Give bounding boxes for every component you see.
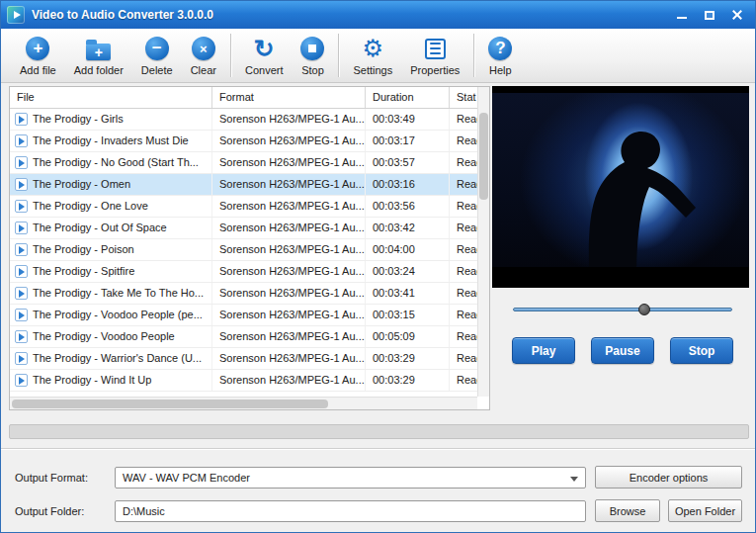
- toolbar-button-clear[interactable]: × Clear: [182, 33, 225, 79]
- toolbar-button-stop[interactable]: Stop: [292, 33, 333, 79]
- file-format: Sorenson H263/MPEG-1 Au...: [212, 305, 366, 325]
- table-row[interactable]: The Prodigy - Out Of SpaceSorenson H263/…: [10, 218, 477, 239]
- open-folder-button[interactable]: Open Folder: [668, 499, 742, 522]
- file-status: Read: [450, 131, 477, 151]
- help-icon: ?: [488, 36, 512, 62]
- media-item-icon: [15, 309, 28, 321]
- output-format-value: WAV - WAV PCM Encoder: [123, 472, 250, 484]
- column-header-duration[interactable]: Duration: [366, 87, 450, 108]
- file-duration: 00:03:41: [366, 283, 450, 304]
- minimize-button[interactable]: [670, 6, 694, 24]
- file-status: Read: [450, 239, 477, 260]
- file-format: Sorenson H263/MPEG-1 Au...: [212, 131, 366, 151]
- table-row[interactable]: The Prodigy - Voodoo People (pe...Sorens…: [10, 305, 477, 326]
- close-button[interactable]: [725, 6, 749, 24]
- file-duration: 00:03:16: [366, 174, 450, 195]
- media-item-icon: [15, 222, 28, 234]
- maximize-button[interactable]: [698, 6, 721, 24]
- table-row[interactable]: The Prodigy - No Good (Start Th...Sorens…: [10, 152, 477, 174]
- conversion-progress-bar: [9, 424, 749, 439]
- table-row[interactable]: The Prodigy - One LoveSorenson H263/MPEG…: [10, 196, 477, 218]
- column-header-status[interactable]: Stat: [450, 87, 477, 108]
- toolbar-button-add-file[interactable]: + Add file: [11, 33, 65, 79]
- add-file-icon: +: [26, 36, 49, 62]
- file-duration: 00:03:49: [366, 109, 450, 130]
- file-name: The Prodigy - Invaders Must Die: [33, 131, 189, 151]
- file-name: The Prodigy - One Love: [33, 196, 148, 217]
- app-icon: [7, 6, 25, 24]
- close-icon: [731, 9, 743, 21]
- encoder-options-button[interactable]: Encoder options: [595, 466, 742, 489]
- seek-thumb[interactable]: [638, 304, 650, 315]
- toolbar-button-convert[interactable]: ↻ Convert: [236, 33, 293, 79]
- seek-track[interactable]: [513, 308, 732, 311]
- media-item-icon: [15, 156, 28, 169]
- file-format: Sorenson H263/MPEG-1 Au...: [212, 196, 366, 217]
- output-folder-input[interactable]: [115, 500, 586, 522]
- file-name: The Prodigy - Voodoo People (pe...: [33, 305, 203, 325]
- app-window: Video to Audio Converter 3.0.0.0 + Add f…: [0, 0, 756, 533]
- file-name: The Prodigy - Warrior's Dance (U...: [33, 348, 202, 369]
- column-header-file[interactable]: File: [10, 87, 212, 108]
- table-row[interactable]: The Prodigy - PoisonSorenson H263/MPEG-1…: [10, 239, 477, 261]
- horizontal-scrollbar-thumb[interactable]: [12, 400, 328, 408]
- file-format: Sorenson H263/MPEG-1 Au...: [212, 109, 366, 130]
- toolbar-separator: [338, 34, 339, 77]
- horizontal-scrollbar[interactable]: [10, 397, 477, 409]
- file-format: Sorenson H263/MPEG-1 Au...: [212, 283, 366, 304]
- file-status: Read: [450, 326, 477, 347]
- vertical-scrollbar-thumb[interactable]: [479, 113, 488, 200]
- clear-icon: ×: [192, 36, 215, 62]
- video-preview: [492, 86, 749, 288]
- settings-gear-icon: ⚙: [363, 36, 384, 62]
- add-folder-icon: +: [86, 36, 111, 62]
- file-name: The Prodigy - Voodoo People: [33, 326, 175, 347]
- file-duration: 00:03:29: [366, 348, 450, 369]
- file-cell: The Prodigy - Girls: [10, 109, 212, 130]
- output-folder-label: Output Folder:: [15, 505, 84, 517]
- play-button[interactable]: Play: [512, 337, 575, 364]
- table-row[interactable]: The Prodigy - GirlsSorenson H263/MPEG-1 …: [10, 109, 477, 131]
- file-status: Read: [450, 218, 477, 238]
- file-cell: The Prodigy - Spitfire: [10, 261, 212, 282]
- file-cell: The Prodigy - Wind It Up: [10, 370, 212, 391]
- stop-button[interactable]: Stop: [670, 337, 733, 364]
- file-name: The Prodigy - Spitfire: [33, 261, 134, 282]
- media-item-icon: [15, 374, 28, 387]
- table-row[interactable]: The Prodigy - Wind It UpSorenson H263/MP…: [10, 370, 477, 392]
- media-item-icon: [15, 330, 28, 343]
- file-cell: The Prodigy - Voodoo People: [10, 326, 212, 347]
- seek-slider[interactable]: [513, 303, 732, 316]
- file-name: The Prodigy - Omen: [33, 174, 130, 195]
- table-row[interactable]: The Prodigy - Invaders Must DieSorenson …: [10, 131, 477, 152]
- media-item-icon: [15, 287, 28, 300]
- file-duration: 00:05:09: [366, 326, 450, 347]
- convert-icon: ↻: [254, 36, 275, 62]
- browse-button[interactable]: Browse: [595, 499, 660, 522]
- file-status: Read: [450, 109, 477, 130]
- file-status: Read: [450, 283, 477, 304]
- pause-button[interactable]: Pause: [591, 337, 654, 364]
- toolbar-separator: [473, 34, 474, 77]
- table-row[interactable]: The Prodigy - SpitfireSorenson H263/MPEG…: [10, 261, 477, 283]
- file-status: Read: [450, 152, 477, 173]
- vertical-scrollbar[interactable]: [477, 87, 489, 397]
- file-format: Sorenson H263/MPEG-1 Au...: [212, 370, 366, 391]
- file-name: The Prodigy - Girls: [33, 109, 124, 130]
- file-list-panel: File Format Duration Stat The Prodigy - …: [9, 86, 490, 410]
- toolbar-button-help[interactable]: ? Help: [479, 33, 521, 79]
- table-row[interactable]: The Prodigy - OmenSorenson H263/MPEG-1 A…: [10, 174, 477, 196]
- column-header-format[interactable]: Format: [212, 87, 366, 108]
- toolbar-button-properties[interactable]: Properties: [401, 33, 468, 79]
- toolbar-button-settings[interactable]: ⚙ Settings: [344, 33, 401, 79]
- toolbar-button-delete[interactable]: − Delete: [132, 33, 182, 79]
- table-row[interactable]: The Prodigy - Voodoo PeopleSorenson H263…: [10, 326, 477, 348]
- file-format: Sorenson H263/MPEG-1 Au...: [212, 218, 366, 238]
- toolbar-button-add-folder[interactable]: + Add folder: [65, 33, 132, 79]
- table-row[interactable]: The Prodigy - Warrior's Dance (U...Soren…: [10, 348, 477, 370]
- output-format-select[interactable]: WAV - WAV PCM Encoder: [115, 467, 586, 489]
- file-duration: 00:03:57: [366, 152, 450, 173]
- table-row[interactable]: The Prodigy - Take Me To The Ho...Sorens…: [10, 283, 477, 305]
- media-item-icon: [15, 113, 28, 126]
- file-status: Read: [450, 261, 477, 282]
